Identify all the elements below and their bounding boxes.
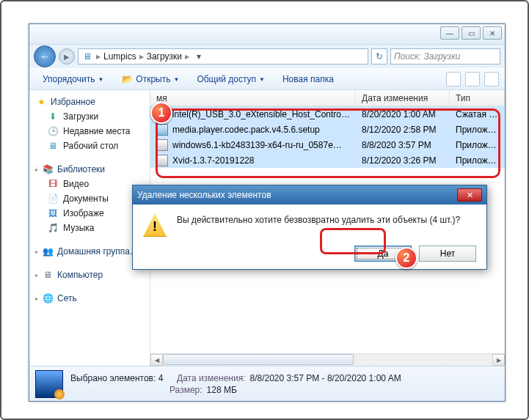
dialog-close-button[interactable]: ✕ [457, 188, 482, 202]
selection-title: Выбрано элементов: 4 [70, 373, 163, 383]
open-button[interactable]: 📂Открыть▼ [114, 70, 186, 88]
breadcrumb-seg[interactable]: Загрузки [147, 51, 182, 62]
warning-icon: ! [143, 213, 167, 237]
file-row[interactable]: windows6.1-kb2483139-x64-ru-ru_0587e… 8/… [150, 137, 505, 152]
computer-icon: 🖥 [42, 269, 54, 281]
sidebar-network[interactable]: ▸🌐Сеть [32, 291, 147, 306]
column-type[interactable]: Тип [450, 90, 505, 106]
details-pane: Выбрано элементов: 4 Дата изменения: 8/8… [29, 366, 505, 401]
address-dropdown[interactable]: ▾ [192, 51, 205, 62]
chevron-right-icon: ▶ [185, 54, 189, 60]
file-row[interactable]: Xvid-1.3.7-20191228 8/12/2020 3:26 PMПри… [150, 152, 505, 168]
exe-icon [156, 139, 168, 151]
sidebar-libraries[interactable]: ▸📚Библиотеки [32, 162, 147, 177]
share-button[interactable]: Общий доступ▼ [189, 71, 272, 87]
navbar: ← ▶ 🖥 ▶ Lumpics ▶ Загрузки ▶ ▾ ↻ Поиск: … [29, 45, 505, 68]
network-icon: 🌐 [42, 292, 54, 304]
sidebar-item-music[interactable]: 🎵Музыка [32, 221, 147, 235]
exe-icon [156, 155, 168, 166]
address-bar[interactable]: 🖥 ▶ Lumpics ▶ Загрузки ▶ ▾ [78, 48, 368, 65]
date-label: Дата изменения: [177, 373, 246, 383]
expand-icon: ▸ [35, 166, 38, 173]
scroll-left-button[interactable]: ◀ [150, 354, 163, 366]
expand-icon: ▸ [35, 248, 38, 255]
sidebar-homegroup[interactable]: ▸👥Домашняя группа… [32, 244, 147, 259]
video-icon: 🎞 [47, 178, 59, 190]
sidebar-favorites[interactable]: ★Избранное [32, 95, 147, 109]
maximize-button[interactable]: ▭ [461, 26, 481, 40]
file-row[interactable]: Intel(R)_USB_3.0_eXtensible_Host_Contro…… [150, 106, 505, 122]
confirm-delete-dialog: Удаление нескольких элементов ✕ ! Вы дей… [132, 185, 487, 270]
scroll-thumb[interactable] [163, 354, 354, 365]
dialog-message: Вы действительно хотите безвозвратно уда… [177, 213, 460, 237]
open-icon: 📂 [121, 73, 133, 85]
music-icon: 🎵 [47, 222, 59, 234]
new-folder-button[interactable]: Новая папка [275, 71, 341, 87]
help-button[interactable] [484, 72, 499, 86]
chevron-right-icon: ▶ [139, 54, 144, 60]
homegroup-icon: 👥 [42, 246, 54, 257]
annotation-badge-1: 1 [150, 102, 172, 124]
exe-icon [156, 124, 168, 136]
dialog-title: Удаление нескольких элементов [137, 190, 271, 200]
libraries-icon: 📚 [42, 163, 54, 175]
download-icon: ⬇ [47, 111, 59, 122]
expand-icon: ▸ [35, 295, 38, 302]
chevron-down-icon: ▼ [98, 76, 103, 83]
selection-icon [35, 370, 63, 398]
horizontal-scrollbar[interactable]: ◀ ▶ [150, 353, 505, 366]
sidebar-item-pictures[interactable]: 🖼Изображе [32, 206, 147, 221]
minimize-button[interactable]: — [440, 26, 459, 40]
organize-button[interactable]: Упорядочить▼ [35, 71, 111, 87]
forward-button[interactable]: ▶ [59, 48, 75, 65]
sidebar-item-downloads[interactable]: ⬇Загрузки [32, 109, 147, 124]
scroll-track[interactable] [163, 354, 492, 366]
recent-icon: 🕒 [47, 125, 59, 137]
sidebar-item-desktop[interactable]: 🖥Рабочий стол [32, 139, 147, 153]
size-label: Размер: [169, 385, 203, 395]
sidebar-item-documents[interactable]: 📄Документы [32, 191, 147, 206]
no-button[interactable]: Нет [419, 246, 476, 262]
computer-icon: 🖥 [81, 51, 93, 62]
size-value: 128 МБ [207, 385, 237, 395]
column-name[interactable]: мя [150, 90, 356, 106]
scroll-right-button[interactable]: ▶ [492, 354, 505, 366]
column-headers: мя Дата изменения Тип [150, 90, 505, 106]
chevron-right-icon: ▶ [96, 54, 101, 60]
sidebar-item-recent[interactable]: 🕒Недавние места [32, 124, 147, 139]
search-input[interactable]: Поиск: Загрузки [390, 48, 500, 65]
image-icon: 🖼 [47, 207, 59, 219]
column-date[interactable]: Дата изменения [356, 90, 450, 106]
view-mode-button[interactable] [446, 72, 461, 86]
document-icon: 📄 [47, 193, 59, 205]
star-icon: ★ [35, 96, 47, 108]
sidebar-computer[interactable]: ▸🖥Компьютер [32, 268, 147, 282]
refresh-button[interactable]: ↻ [371, 48, 387, 65]
titlebar: — ▭ ✕ [29, 24, 505, 45]
preview-pane-button[interactable] [465, 72, 480, 86]
expand-icon: ▸ [35, 272, 38, 279]
dialog-titlebar[interactable]: Удаление нескольких элементов ✕ [133, 185, 486, 205]
chevron-down-icon: ▼ [173, 76, 179, 83]
breadcrumb-seg[interactable]: Lumpics [103, 51, 136, 62]
sidebar-item-videos[interactable]: 🎞Видео [32, 177, 147, 191]
toolbar: Упорядочить▼ 📂Открыть▼ Общий доступ▼ Нов… [29, 68, 505, 90]
date-value: 8/8/2020 3:57 PM - 8/20/2020 1:00 AM [250, 373, 401, 383]
search-placeholder: Поиск: Загрузки [394, 51, 461, 62]
annotation-badge-2: 2 [395, 247, 417, 269]
back-button[interactable]: ← [34, 45, 56, 67]
chevron-down-icon: ▼ [259, 76, 265, 83]
close-button[interactable]: ✕ [483, 26, 502, 40]
file-row[interactable]: media.player.codec.pack.v4.5.6.setup 8/1… [150, 122, 505, 137]
desktop-icon: 🖥 [47, 140, 59, 152]
